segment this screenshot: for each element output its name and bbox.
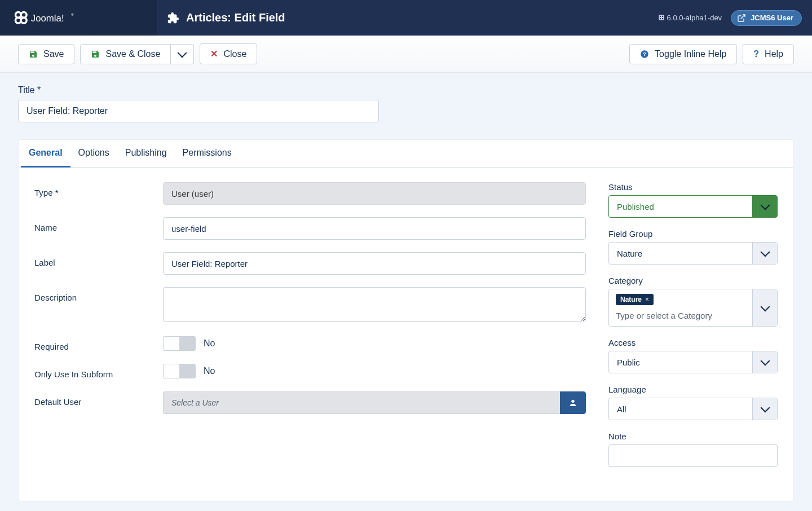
subform-label: Only Use In Subform xyxy=(34,364,163,379)
action-toolbar: Save Save & Close ✕ Close ? Toggle Inlin… xyxy=(0,36,812,73)
svg-text:®: ® xyxy=(71,12,74,16)
joomla-mini-icon xyxy=(658,14,665,21)
note-label: Note xyxy=(608,431,778,441)
page-heading: Articles: Edit Field xyxy=(157,11,285,24)
toggle-inline-help-button[interactable]: ? Toggle Inline Help xyxy=(629,44,737,64)
required-label: Required xyxy=(34,336,163,351)
status-label: Status xyxy=(608,182,778,192)
default-user-label: Default User xyxy=(34,391,163,407)
required-state: No xyxy=(204,338,215,349)
fieldgroup-label: Field Group xyxy=(608,229,778,239)
help-button[interactable]: ? Help xyxy=(743,44,794,64)
category-label: Category xyxy=(608,276,778,285)
svg-point-9 xyxy=(661,17,664,20)
svg-point-12 xyxy=(571,400,574,403)
label-label: Label xyxy=(34,252,163,267)
category-tag[interactable]: Nature × xyxy=(616,294,654,305)
close-icon: ✕ xyxy=(210,49,218,59)
app-header: Joomla! ® Articles: Edit Field 6.0.0-alp… xyxy=(0,0,812,36)
status-select[interactable]: Published xyxy=(608,195,778,218)
save-dropdown-button[interactable] xyxy=(171,44,194,64)
language-label: Language xyxy=(608,385,778,394)
chevron-down-icon xyxy=(760,201,770,210)
name-input[interactable] xyxy=(163,217,586,240)
user-menu[interactable]: JCMS6 User xyxy=(731,10,802,26)
external-link-icon xyxy=(737,14,746,23)
version-label[interactable]: 6.0.0-alpha1-dev xyxy=(658,14,722,22)
tabs: General Options Publishing Permissions xyxy=(19,140,793,168)
note-input[interactable] xyxy=(608,444,778,467)
chevron-down-icon xyxy=(760,403,770,413)
language-select[interactable]: All xyxy=(608,398,778,420)
brand[interactable]: Joomla! ® xyxy=(0,0,157,36)
name-label: Name xyxy=(34,217,163,232)
svg-text:Joomla!: Joomla! xyxy=(31,12,64,23)
category-placeholder: Type or select a Category xyxy=(616,311,745,320)
chevron-down-icon xyxy=(178,48,187,58)
tab-general[interactable]: General xyxy=(21,140,70,168)
save-icon xyxy=(91,50,100,59)
subform-toggle[interactable] xyxy=(163,364,196,378)
label-input[interactable] xyxy=(163,252,586,275)
save-button[interactable]: Save xyxy=(18,44,74,64)
description-textarea[interactable] xyxy=(163,287,586,322)
select-user-button[interactable] xyxy=(560,391,586,414)
title-label: Title * xyxy=(18,85,794,95)
type-field: User (user) xyxy=(163,182,586,205)
question-circle-icon: ? xyxy=(640,50,649,59)
joomla-logo: Joomla! ® xyxy=(8,10,98,26)
chevron-down-icon xyxy=(760,248,770,257)
chevron-down-icon xyxy=(760,302,770,311)
question-icon: ? xyxy=(753,49,759,59)
title-input[interactable] xyxy=(18,100,379,122)
remove-tag-icon[interactable]: × xyxy=(645,296,649,303)
puzzle-icon xyxy=(167,12,179,24)
tab-options[interactable]: Options xyxy=(70,140,117,167)
svg-point-3 xyxy=(21,17,27,23)
tab-publishing[interactable]: Publishing xyxy=(117,140,175,167)
description-label: Description xyxy=(34,287,163,302)
user-icon xyxy=(568,398,577,407)
chevron-down-icon xyxy=(760,356,770,366)
save-icon xyxy=(29,50,38,59)
tab-permissions[interactable]: Permissions xyxy=(175,140,240,167)
type-label: Type * xyxy=(34,182,163,197)
svg-text:?: ? xyxy=(643,51,646,57)
default-user-field[interactable]: Select a User xyxy=(163,391,560,414)
required-toggle[interactable] xyxy=(163,336,196,351)
access-label: Access xyxy=(608,338,778,347)
category-select[interactable]: Nature × Type or select a Category xyxy=(608,289,778,327)
access-select[interactable]: Public xyxy=(608,351,778,373)
close-button[interactable]: ✕ Close xyxy=(200,43,257,64)
save-close-button[interactable]: Save & Close xyxy=(80,44,171,64)
page-title: Articles: Edit Field xyxy=(186,11,285,24)
fieldgroup-select[interactable]: Nature xyxy=(608,242,778,265)
subform-state: No xyxy=(204,366,215,376)
